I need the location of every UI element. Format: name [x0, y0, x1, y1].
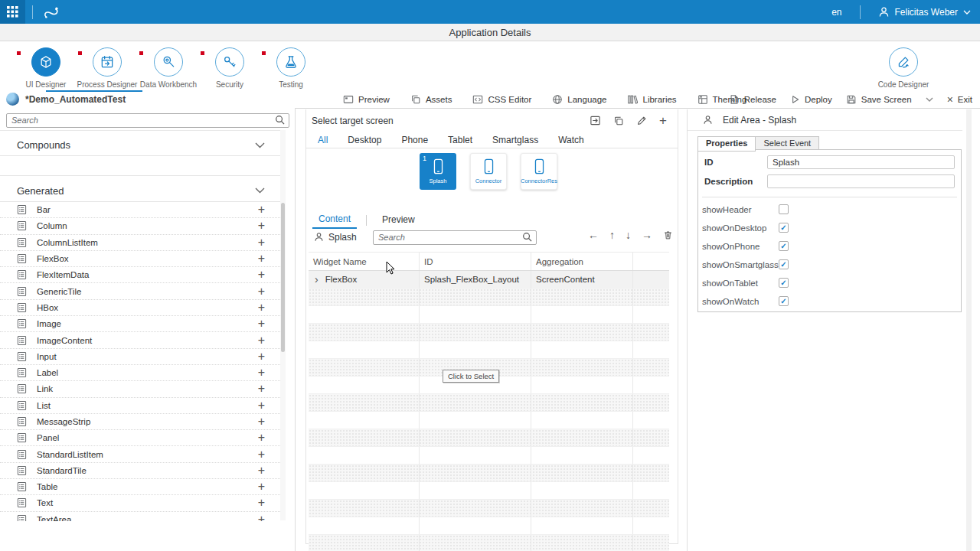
table-empty-row[interactable]	[309, 500, 669, 517]
section-compounds[interactable]: Compounds	[0, 131, 280, 156]
release-button[interactable]: Release	[729, 94, 776, 105]
assets-button[interactable]: Assets	[410, 94, 452, 105]
table-empty-row[interactable]	[309, 535, 669, 551]
widget-list-item-messagestrip[interactable]: MessageStrip +	[0, 414, 280, 430]
move-down-button[interactable]: ↓	[626, 230, 631, 240]
search-icon[interactable]	[522, 232, 532, 242]
add-widget-button[interactable]: +	[258, 236, 265, 249]
add-widget-button[interactable]: +	[258, 416, 265, 428]
device-tab-phone[interactable]: Phone	[401, 135, 428, 145]
sidebar-search-input[interactable]	[6, 113, 289, 128]
device-tab-desktop[interactable]: Desktop	[348, 135, 381, 145]
widget-list-item-column[interactable]: Column +	[0, 218, 280, 234]
tab-content[interactable]: Content	[312, 211, 357, 229]
move-left-button[interactable]: ←	[588, 230, 599, 240]
device-tab-all[interactable]: All	[318, 135, 328, 145]
add-widget-button[interactable]: +	[258, 497, 265, 509]
nav-item-code-designer[interactable]: Code Designer	[873, 47, 934, 89]
checkbox-showHeader[interactable]	[779, 204, 789, 214]
libraries-button[interactable]: Libraries	[627, 94, 676, 105]
language-button[interactable]: Language	[552, 94, 606, 105]
add-widget-button[interactable]: +	[258, 334, 265, 347]
widget-list-item-textarea[interactable]: TextArea +	[0, 512, 280, 521]
checkbox-showOnSmartglass[interactable]: ✓	[779, 259, 789, 269]
device-tab-tablet[interactable]: Tablet	[448, 135, 472, 145]
add-widget-button[interactable]: +	[258, 481, 265, 493]
add-widget-button[interactable]: +	[258, 204, 265, 216]
add-widget-button[interactable]: +	[258, 285, 265, 298]
add-widget-button[interactable]: +	[258, 432, 265, 444]
checkbox-showOnPhone[interactable]: ✓	[779, 241, 789, 251]
table-empty-row[interactable]	[309, 341, 669, 359]
exit-button[interactable]: × Exit	[947, 94, 972, 105]
table-empty-row[interactable]	[309, 465, 669, 482]
description-field[interactable]	[767, 174, 955, 188]
tab-preview[interactable]: Preview	[376, 212, 421, 228]
save-dropdown-chevron-icon[interactable]	[926, 97, 933, 102]
edit-pencil-icon[interactable]	[636, 116, 647, 126]
widget-list-item-columnlistitem[interactable]: ColumnListItem +	[0, 235, 280, 251]
scrollbar-thumb[interactable]	[281, 203, 285, 352]
table-empty-row[interactable]	[309, 324, 669, 341]
add-widget-button[interactable]: +	[258, 350, 265, 363]
section-generated[interactable]: Generated	[0, 176, 280, 202]
widget-list-item-list[interactable]: List +	[0, 398, 280, 414]
checkbox-showOnDesktop[interactable]: ✓	[779, 223, 789, 233]
add-widget-button[interactable]: +	[258, 302, 265, 314]
add-widget-button[interactable]: +	[258, 253, 265, 265]
add-widget-button[interactable]: +	[258, 367, 265, 379]
screen-card-splash[interactable]: 1 Splash	[420, 153, 456, 190]
preview-button[interactable]: Preview	[343, 94, 390, 105]
screen-card-connectorres[interactable]: ConnectorRes	[521, 153, 557, 190]
table-empty-row[interactable]	[309, 394, 669, 412]
open-screen-icon[interactable]	[590, 115, 601, 126]
widget-list-item-imagecontent[interactable]: ImageContent +	[0, 332, 280, 348]
table-empty-row[interactable]	[309, 306, 669, 324]
save-screen-button[interactable]: Save Screen	[846, 94, 912, 105]
table-empty-row[interactable]	[309, 429, 669, 447]
id-field[interactable]	[767, 155, 955, 169]
screen-card-connector[interactable]: Connector	[470, 153, 507, 190]
user-menu[interactable]: Felicitas Weber	[867, 6, 971, 18]
nav-item-security[interactable]: Security	[199, 47, 260, 89]
add-screen-button[interactable]: +	[659, 114, 667, 127]
widget-list-item-link[interactable]: Link +	[0, 381, 280, 397]
widget-list-item-input[interactable]: Input +	[0, 349, 280, 365]
widget-list-item-standardtile[interactable]: StandardTile +	[0, 463, 280, 479]
move-right-button[interactable]: →	[642, 230, 652, 240]
nav-item-ui-designer[interactable]: UI Designer	[15, 47, 77, 89]
trash-icon[interactable]	[663, 230, 673, 240]
widget-list-item-generictile[interactable]: GenericTile +	[0, 283, 280, 299]
css-editor-button[interactable]: CSS Editor	[472, 94, 531, 105]
widget-list-item-flexbox[interactable]: FlexBox +	[0, 251, 280, 267]
nav-item-data-workbench[interactable]: Data Workbench	[138, 47, 199, 89]
add-widget-button[interactable]: +	[258, 399, 265, 412]
copy-screen-icon[interactable]	[613, 116, 624, 126]
table-empty-row[interactable]	[309, 517, 669, 535]
table-empty-row[interactable]	[309, 447, 669, 465]
add-widget-button[interactable]: +	[258, 220, 265, 232]
search-icon[interactable]	[275, 115, 285, 125]
widget-list-item-label[interactable]: Label +	[0, 365, 280, 381]
add-widget-button[interactable]: +	[258, 448, 265, 461]
expand-chevron-icon[interactable]: ›	[315, 274, 318, 285]
app-tab[interactable]: *Demo_AutomatedTest	[0, 90, 126, 108]
widget-list-item-table[interactable]: Table +	[0, 479, 280, 495]
widget-list-item-bar[interactable]: Bar +	[0, 202, 280, 218]
add-widget-button[interactable]: +	[258, 269, 265, 281]
table-row-flexbox[interactable]: › FlexBox Splash_FlexBox_Layout ScreenCo…	[309, 271, 669, 289]
widget-list-item-image[interactable]: Image +	[0, 316, 280, 332]
content-search-input[interactable]	[373, 230, 537, 245]
add-widget-button[interactable]: +	[258, 465, 265, 477]
device-tab-watch[interactable]: Watch	[558, 135, 584, 145]
add-widget-button[interactable]: +	[258, 514, 265, 521]
deploy-button[interactable]: Deploy	[790, 94, 832, 105]
table-empty-row[interactable]	[309, 289, 669, 306]
widget-list-item-standardlistitem[interactable]: StandardListItem +	[0, 446, 280, 462]
language-selector[interactable]: en	[821, 7, 852, 18]
widget-list-item-text[interactable]: Text +	[0, 495, 280, 511]
table-empty-row[interactable]	[309, 412, 669, 429]
nav-item-process-designer[interactable]: Process Designer	[77, 47, 138, 89]
table-empty-row[interactable]	[309, 482, 669, 500]
widget-list-item-hbox[interactable]: HBox +	[0, 300, 280, 316]
